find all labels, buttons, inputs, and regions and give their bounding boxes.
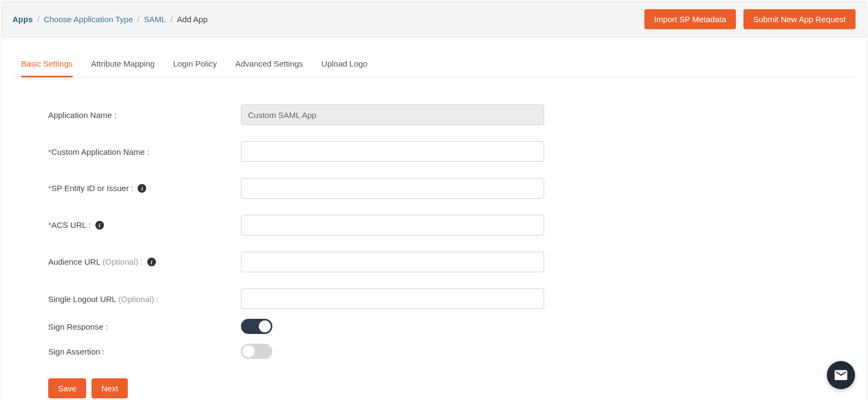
tab-advanced-settings[interactable]: Advanced Settings: [236, 54, 303, 77]
tab-upload-logo[interactable]: Upload Logo: [322, 54, 368, 77]
breadcrumb-sep: /: [171, 15, 173, 24]
breadcrumb-sep: /: [37, 15, 40, 24]
acs-url-label: *ACS URL : i: [48, 220, 241, 230]
sp-entity-id-input[interactable]: [241, 178, 544, 199]
submit-new-app-request-button[interactable]: Submit New App Request: [743, 9, 856, 29]
info-icon[interactable]: i: [95, 221, 104, 229]
tab-attribute-mapping[interactable]: Attribute Mapping: [91, 54, 155, 77]
acs-url-input[interactable]: [241, 215, 544, 235]
sign-assertion-toggle[interactable]: [241, 344, 272, 359]
save-button[interactable]: Save: [48, 378, 86, 398]
breadcrumb-sep: /: [138, 15, 140, 24]
custom-application-name-input[interactable]: [241, 141, 544, 162]
form-area: Application Name : *Custom Application N…: [12, 77, 554, 398]
audience-url-input[interactable]: [241, 252, 544, 272]
sign-response-toggle[interactable]: [241, 319, 272, 334]
breadcrumb-saml[interactable]: SAML: [144, 15, 166, 24]
custom-application-name-label: *Custom Application Name :: [48, 147, 241, 156]
import-sp-metadata-button[interactable]: Import SP Metadata: [644, 9, 736, 29]
tab-login-policy[interactable]: Login Policy: [173, 54, 217, 77]
chat-fab[interactable]: [827, 361, 855, 389]
breadcrumb: Apps / Choose Application Type / SAML / …: [12, 15, 207, 24]
single-logout-url-label: Single Logout URL (Optional) :: [48, 294, 241, 304]
tabs: Basic Settings Attribute Mapping Login P…: [12, 54, 856, 77]
application-name-label: Application Name :: [48, 110, 241, 120]
sign-assertion-label: Sign Assertion :: [48, 347, 241, 356]
sign-response-label: Sign Response :: [48, 322, 241, 331]
audience-url-label: Audience URL (Optional) : i: [48, 257, 241, 267]
page-header: Apps / Choose Application Type / SAML / …: [2, 2, 866, 37]
mail-icon: [833, 368, 849, 383]
breadcrumb-choose-type[interactable]: Choose Application Type: [44, 15, 133, 24]
next-button[interactable]: Next: [92, 378, 128, 398]
sp-entity-id-label: *SP Entity ID or Issuer : i: [48, 183, 241, 193]
info-icon[interactable]: i: [147, 258, 156, 266]
info-icon[interactable]: i: [138, 184, 146, 193]
breadcrumb-add-app: Add App: [177, 15, 208, 24]
breadcrumb-apps[interactable]: Apps: [12, 15, 33, 24]
tab-basic-settings[interactable]: Basic Settings: [21, 54, 73, 77]
single-logout-url-input[interactable]: [241, 288, 544, 309]
application-name-input: [241, 104, 544, 125]
